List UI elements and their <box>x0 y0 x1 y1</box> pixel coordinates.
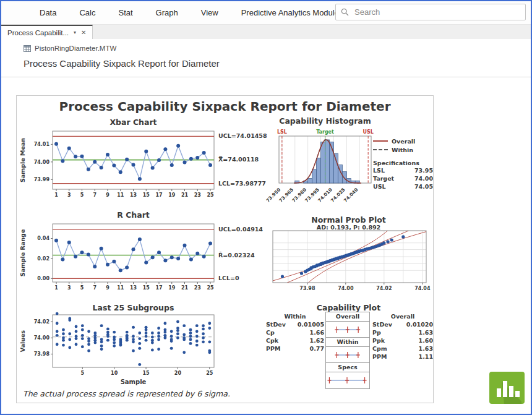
svg-text:1: 1 <box>54 285 58 291</box>
svg-text:7: 7 <box>93 192 97 198</box>
specifications-header: Specifications <box>373 160 433 166</box>
svg-text:73.99: 73.99 <box>34 177 50 182</box>
overall-line-swatch <box>373 140 388 142</box>
minitab-window: Data Calc Stat Graph View Predictive Ana… <box>0 0 532 415</box>
svg-text:UCL=0.04914: UCL=0.04914 <box>218 226 263 233</box>
stat-row: Pp1.63 <box>372 328 433 336</box>
svg-text:Sample Range: Sample Range <box>19 229 26 277</box>
report-footnote: The actual process spread is represented… <box>23 389 230 398</box>
chevron-down-icon[interactable]: ▾ <box>74 30 76 35</box>
menu-item-view[interactable]: View <box>201 8 218 17</box>
stat-row: Cpk1.62 <box>266 336 324 344</box>
tab-bar: Process Capabilit... ▾ ✕ <box>1 25 531 39</box>
stat-row: Cp1.66 <box>266 328 324 336</box>
svg-text:R̄=0.02324: R̄=0.02324 <box>218 252 255 259</box>
svg-text:X̿=74.00118: X̿=74.00118 <box>218 156 259 163</box>
capability-within-stats: Within StDev0.01005Cp1.66Cpk1.62PPM0.77 <box>266 313 324 353</box>
svg-text:74.00: 74.00 <box>34 335 50 341</box>
xbar-chart-title: Xbar Chart <box>53 118 214 127</box>
svg-text:74.02: 74.02 <box>34 319 49 325</box>
tab-label: Process Capabilit... <box>7 29 69 36</box>
stat-row: Ppk1.60 <box>372 336 433 344</box>
svg-text:19: 19 <box>168 285 176 291</box>
tab-process-capability[interactable]: Process Capabilit... ▾ ✕ <box>1 25 93 39</box>
stat-row: PPM0.77 <box>266 344 324 353</box>
minitab-logo-icon <box>489 372 525 404</box>
capability-interval-plot: OverallWithinSpecs <box>325 312 370 389</box>
svg-text:3: 3 <box>67 192 71 198</box>
svg-text:Target: Target <box>316 129 334 135</box>
svg-text:74.01: 74.01 <box>34 142 50 147</box>
svg-text:13: 13 <box>130 285 137 291</box>
divider <box>1 77 531 77</box>
histogram-legend: Overall Within Specifications LSL73.95Ta… <box>373 137 433 190</box>
legend-overall: Overall <box>373 137 433 145</box>
within-header: Within <box>266 313 324 320</box>
within-line-swatch <box>373 149 388 150</box>
svg-text:9: 9 <box>106 192 109 198</box>
svg-text:20: 20 <box>174 370 182 376</box>
svg-text:13: 13 <box>130 192 137 198</box>
worksheet-link[interactable]: PistonRingDiameter.MTW <box>24 45 531 52</box>
stat-row: StDev0.01020 <box>372 320 433 328</box>
svg-text:74.00: 74.00 <box>34 160 50 165</box>
menu-item-stat[interactable]: Stat <box>118 8 132 17</box>
svg-text:5: 5 <box>80 192 84 198</box>
svg-text:15: 15 <box>143 285 150 291</box>
stat-row: Target74.00 <box>373 174 433 182</box>
svg-text:7: 7 <box>93 285 97 291</box>
svg-text:Sample Mean: Sample Mean <box>19 138 26 182</box>
stat-row: PPM1.11 <box>372 353 433 361</box>
svg-text:74.02: 74.02 <box>376 286 392 291</box>
svg-text:73.98: 73.98 <box>34 351 50 357</box>
overall-header: Overall <box>372 313 433 320</box>
svg-text:23: 23 <box>194 285 201 291</box>
svg-text:17: 17 <box>155 192 162 198</box>
svg-text:25: 25 <box>207 192 214 198</box>
svg-text:74.00: 74.00 <box>338 286 354 291</box>
svg-text:15: 15 <box>143 192 150 198</box>
menu-item-predictive-analytics[interactable]: Predictive Analytics Module <box>241 8 339 17</box>
capability-band-specs: Specs <box>326 362 369 388</box>
close-icon[interactable]: ✕ <box>81 29 86 36</box>
svg-text:USL: USL <box>363 129 373 135</box>
specifications-table: LSL73.95Target74.00USL74.05 <box>373 166 433 190</box>
svg-text:3: 3 <box>67 285 71 291</box>
svg-text:0.04: 0.04 <box>37 236 49 241</box>
svg-text:11: 11 <box>117 285 124 291</box>
svg-text:74.040: 74.040 <box>343 187 359 203</box>
xbar-chart: 74.0174.0073.99135791113151719212325UCL=… <box>17 126 277 203</box>
svg-text:Values: Values <box>19 330 26 352</box>
svg-text:LCL=0: LCL=0 <box>218 275 239 281</box>
last-25-subgroups-chart: 74.0274.0073.98510152025ValuesSample <box>17 311 277 398</box>
svg-text:UCL=74.01458: UCL=74.01458 <box>218 132 267 139</box>
svg-text:LSL: LSL <box>277 129 287 135</box>
legend-within-label: Within <box>392 147 413 153</box>
legend-overall-label: Overall <box>392 138 415 145</box>
search-icon <box>341 8 349 16</box>
output-title: Process Capability Sixpack Report for Di… <box>24 58 531 69</box>
menu-item-calc[interactable]: Calc <box>79 8 95 17</box>
r-chart: 0.040.020.00135791113151719212325UCL=0.0… <box>17 219 277 296</box>
search-box[interactable] <box>335 4 526 20</box>
bar-chart-glyph <box>489 372 525 404</box>
stat-row: USL74.05 <box>373 182 433 190</box>
menu-item-graph[interactable]: Graph <box>156 8 178 17</box>
svg-text:LCL=73.98777: LCL=73.98777 <box>218 180 266 187</box>
within-stats-table: StDev0.01005Cp1.66Cpk1.62PPM0.77 <box>266 320 324 353</box>
worksheet-grid-icon <box>24 45 31 52</box>
svg-text:21: 21 <box>181 285 189 291</box>
worksheet-name: PistonRingDiameter.MTW <box>35 45 116 52</box>
menu-item-data[interactable]: Data <box>40 8 56 17</box>
svg-text:25: 25 <box>206 370 213 376</box>
report-canvas: Process Capability Sixpack Report for Di… <box>16 95 434 403</box>
svg-text:15: 15 <box>142 370 150 376</box>
svg-text:74.04: 74.04 <box>414 286 431 291</box>
svg-text:1: 1 <box>54 192 58 198</box>
svg-text:73.98: 73.98 <box>299 286 315 291</box>
search-input[interactable] <box>353 7 520 17</box>
svg-text:11: 11 <box>117 192 124 198</box>
normal-prob-plot-title: Normal Prob Plot <box>264 215 433 225</box>
normal-prob-plot: 73.9874.0074.0274.04 <box>264 229 433 299</box>
capability-band-within: Within <box>326 337 369 363</box>
